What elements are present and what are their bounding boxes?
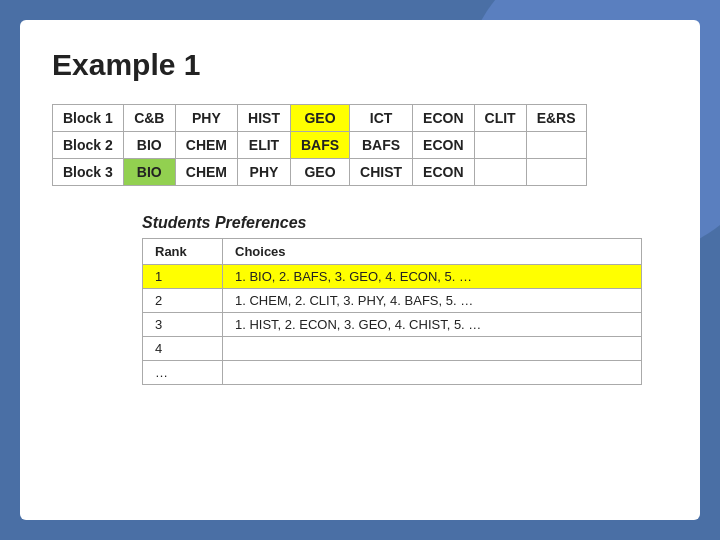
block-cell: ECON (413, 159, 474, 186)
block-cell: CHIST (350, 159, 413, 186)
block-cell: ELIT (238, 132, 291, 159)
block-cell (526, 159, 586, 186)
pref-row: 4 (143, 337, 642, 361)
col-choices: Choices (223, 239, 642, 265)
pref-row: 11. BIO, 2. BAFS, 3. GEO, 4. ECON, 5. … (143, 265, 642, 289)
preferences-title: Students Preferences (142, 214, 668, 232)
pref-row: 21. CHEM, 2. CLIT, 3. PHY, 4. BAFS, 5. … (143, 289, 642, 313)
block-label: Block 1 (53, 105, 124, 132)
block-cell: BAFS (290, 132, 349, 159)
pref-choices (223, 337, 642, 361)
preferences-table: Rank Choices 11. BIO, 2. BAFS, 3. GEO, 4… (142, 238, 642, 385)
pref-choices: 1. BIO, 2. BAFS, 3. GEO, 4. ECON, 5. … (223, 265, 642, 289)
pref-rank: 3 (143, 313, 223, 337)
block-table: Block 1C&BPHYHISTGEOICTECONCLITE&RSBlock… (52, 104, 587, 186)
col-rank: Rank (143, 239, 223, 265)
block-cell: BAFS (350, 132, 413, 159)
block-cell: GEO (290, 159, 349, 186)
block-cell: CLIT (474, 105, 526, 132)
block-cell: HIST (238, 105, 291, 132)
block-label: Block 3 (53, 159, 124, 186)
slide-title: Example 1 (52, 48, 668, 82)
pref-row: 31. HIST, 2. ECON, 3. GEO, 4. CHIST, 5. … (143, 313, 642, 337)
block-cell: GEO (290, 105, 349, 132)
pref-row: … (143, 361, 642, 385)
block-cell: E&RS (526, 105, 586, 132)
pref-rank: 4 (143, 337, 223, 361)
preferences-section: Students Preferences Rank Choices 11. BI… (142, 214, 668, 385)
block-cell: CHEM (175, 132, 237, 159)
block-cell (526, 132, 586, 159)
pref-rank: 2 (143, 289, 223, 313)
block-cell: BIO (123, 159, 175, 186)
block-cell: C&B (123, 105, 175, 132)
block-cell: ECON (413, 105, 474, 132)
pref-rank: 1 (143, 265, 223, 289)
slide-container: Example 1 Block 1C&BPHYHISTGEOICTECONCLI… (20, 20, 700, 520)
block-label: Block 2 (53, 132, 124, 159)
pref-choices: 1. HIST, 2. ECON, 3. GEO, 4. CHIST, 5. … (223, 313, 642, 337)
block-cell: BIO (123, 132, 175, 159)
block-cell: PHY (238, 159, 291, 186)
block-cell: ICT (350, 105, 413, 132)
pref-choices (223, 361, 642, 385)
pref-rank: … (143, 361, 223, 385)
block-cell: ECON (413, 132, 474, 159)
block-cell (474, 132, 526, 159)
pref-choices: 1. CHEM, 2. CLIT, 3. PHY, 4. BAFS, 5. … (223, 289, 642, 313)
block-cell: PHY (175, 105, 237, 132)
block-cell (474, 159, 526, 186)
block-cell: CHEM (175, 159, 237, 186)
